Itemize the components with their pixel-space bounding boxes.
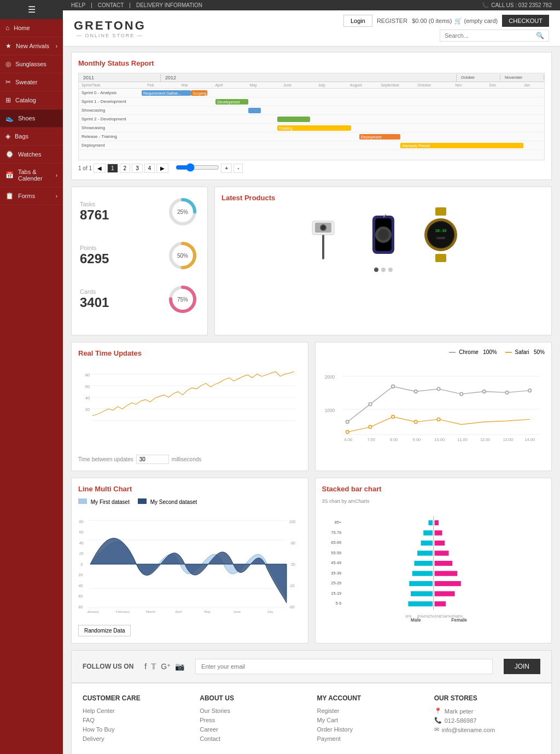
- gantt-chart: 2011 2012 October November Sprint/Task F…: [78, 73, 545, 160]
- gantt-prev-btn[interactable]: ◀: [94, 164, 106, 173]
- facebook-icon[interactable]: f: [144, 662, 147, 671]
- sidebar-item-home[interactable]: ⌂ Home: [0, 19, 63, 37]
- gantt-page4-btn[interactable]: 4: [144, 164, 155, 173]
- gantt-bar-scoping: Scoping: [191, 90, 207, 96]
- svg-text:85+: 85+: [334, 520, 341, 525]
- header-right: Login REGISTER $0.00 (0 items) 🛒 (empty …: [343, 15, 549, 42]
- charts-row-2: Line Multi Chart My First dataset My Sec…: [71, 478, 552, 643]
- gantt-row-sprint1-dev: Sprint 1 - Development Development: [79, 97, 544, 106]
- gantt-bar-warranty: Warranty Period: [400, 143, 523, 148]
- browser-chart-panel: Chrome 100% Safari 50% 2000 1000: [315, 342, 552, 471]
- svg-rect-99: [417, 550, 433, 555]
- career-link[interactable]: Career: [200, 726, 306, 733]
- gantt-zoom-out[interactable]: -: [234, 164, 243, 173]
- googleplus-icon[interactable]: G⁺: [161, 662, 171, 671]
- sidebar-item-shoes[interactable]: 👟 Shoes: [0, 109, 63, 127]
- register-button[interactable]: REGISTER: [377, 18, 407, 24]
- zoom-range[interactable]: [176, 163, 219, 172]
- gantt-sprint2-show-label: Showcasing: [79, 125, 133, 130]
- svg-text:10:10: 10:10: [435, 229, 446, 233]
- sidebar-item-tabs-&-calender[interactable]: 📅 Tabs & Calender ›: [0, 164, 63, 187]
- menu-icon[interactable]: ☰: [28, 4, 36, 15]
- svg-rect-106: [434, 530, 442, 535]
- sidebar-item-new-arrivals[interactable]: ★ New Arrivals ›: [0, 37, 63, 55]
- help-center-link[interactable]: Help Center: [83, 707, 189, 714]
- sidebar-item-catalog[interactable]: ⊞ Catalog: [0, 91, 63, 109]
- register-link[interactable]: Register: [317, 707, 423, 714]
- sidebar-item-watches[interactable]: ⌚ Watches: [0, 146, 63, 164]
- email-icon: ✉: [434, 726, 439, 733]
- svg-point-10: [321, 225, 325, 230]
- search-input[interactable]: [445, 32, 536, 39]
- svg-text:20: 20: [85, 407, 90, 412]
- search-icon[interactable]: 🔍: [536, 32, 544, 39]
- delivery-link[interactable]: Delivery: [83, 735, 189, 742]
- gantt-release-train-bars: Deployment: [133, 132, 544, 141]
- order-history-link[interactable]: Order History: [317, 726, 423, 733]
- gantt-sprint1-show-label: Showcasing: [79, 108, 133, 113]
- email-input[interactable]: [195, 659, 493, 674]
- logo-name: GRETONG: [74, 19, 146, 33]
- sidebar-item-forms[interactable]: 📋 Forms ›: [0, 187, 63, 205]
- contact-link[interactable]: CONTACT: [98, 2, 124, 8]
- faq-link[interactable]: FAQ: [83, 717, 189, 723]
- product-dot-2[interactable]: [381, 268, 386, 272]
- time-value-input[interactable]: [136, 455, 169, 464]
- press-link[interactable]: Press: [200, 717, 306, 723]
- our-stories-link[interactable]: Our Stories: [200, 707, 306, 714]
- svg-rect-104: [408, 601, 432, 606]
- watch-img: 10:10 CASIO: [419, 207, 468, 262]
- gantt-page2-btn[interactable]: 2: [120, 164, 131, 173]
- gantt-page3-btn[interactable]: 3: [132, 164, 143, 173]
- charts-row-1: Real Time Updates 80 60 40 20: [71, 342, 552, 471]
- login-button[interactable]: Login: [343, 15, 372, 27]
- svg-point-46: [346, 431, 349, 434]
- how-to-buy-link[interactable]: How To Buy: [83, 726, 189, 733]
- sidebar-item-bags[interactable]: ◈ Bags: [0, 127, 63, 146]
- product-dot-3[interactable]: [388, 268, 393, 272]
- legend-color-2: [138, 498, 147, 504]
- safari-legend: Safari 50%: [505, 349, 545, 355]
- sidebar-item-sunglasses[interactable]: ◎ Sunglasses: [0, 55, 63, 73]
- product-dot-1[interactable]: [374, 268, 378, 272]
- twitter-icon[interactable]: 𝕋: [151, 662, 156, 671]
- customer-care-title: CUSTOMER CARE: [83, 694, 189, 702]
- topbar-right: 📞 CALL US : 032 2352 782: [482, 2, 552, 8]
- gantt-year-2012: 2012: [161, 74, 457, 82]
- gantt-sprint2-show-bars: Training: [133, 124, 544, 132]
- svg-point-44: [505, 391, 509, 395]
- contact-link[interactable]: Contact: [200, 735, 306, 742]
- gantt-sprint1-bars: Development: [133, 97, 544, 106]
- gantt-page1-btn[interactable]: 1: [107, 164, 118, 173]
- gantt-year-2011: 2011: [79, 74, 161, 82]
- join-button[interactable]: JOIN: [504, 659, 540, 674]
- sidebar-item-sweater[interactable]: ✂ Sweater: [0, 73, 63, 91]
- my-account-title: MY ACCOUNT: [317, 694, 423, 702]
- svg-text:25-29: 25-29: [331, 581, 341, 585]
- my-cart-link[interactable]: My Cart: [317, 717, 423, 723]
- social-icons: f 𝕋 G⁺ 📷: [144, 662, 184, 671]
- help-link[interactable]: HELP: [71, 2, 85, 8]
- our-stores-title: OUR STORES: [434, 694, 540, 702]
- svg-text:65-69: 65-69: [331, 540, 341, 545]
- store-email: ✉ info@sitename.com: [434, 726, 540, 733]
- instagram-icon[interactable]: 📷: [175, 662, 184, 671]
- latest-products: Latest Products: [214, 187, 552, 335]
- footer-my-account: MY ACCOUNT Register My Cart Order Histor…: [317, 694, 423, 745]
- sidebar-label-9: Forms: [18, 193, 35, 199]
- svg-point-20: [428, 222, 453, 247]
- svg-point-43: [482, 390, 486, 393]
- svg-point-47: [369, 426, 372, 429]
- delivery-link[interactable]: DELIVERY INFORMATION: [136, 2, 202, 8]
- gantt-row-sprint2-dev: Sprint 2 - Development: [79, 115, 544, 124]
- svg-text:12.00: 12.00: [480, 437, 490, 442]
- topbar: HELP | CONTACT | DELIVERY INFORMATION 📞 …: [63, 0, 560, 10]
- svg-rect-97: [423, 530, 433, 535]
- payment-link[interactable]: Payment: [317, 735, 423, 742]
- randomize-button[interactable]: Randomize Data: [78, 625, 131, 636]
- checkout-button[interactable]: CHECKOUT: [502, 15, 549, 27]
- gantt-zoom-in[interactable]: +: [221, 164, 232, 173]
- gantt-bar-training: Training: [277, 125, 351, 131]
- svg-text:60: 60: [85, 384, 90, 389]
- gantt-next-btn[interactable]: ▶: [156, 164, 168, 173]
